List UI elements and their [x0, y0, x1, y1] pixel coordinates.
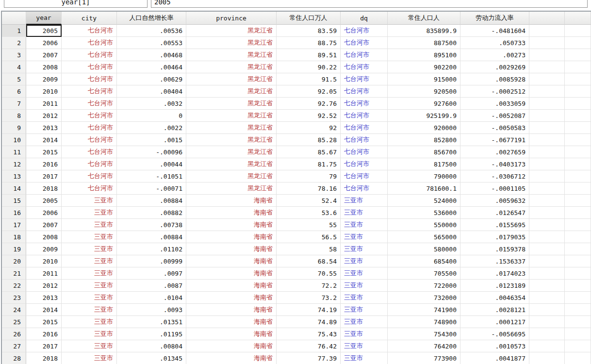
cell-growth_rate[interactable]: .01351 [117, 316, 186, 328]
cell-reference-box[interactable]: year[1] [4, 0, 148, 8]
column-header-pop[interactable]: 常住人口人 [388, 12, 460, 25]
column-header-labor_inflow[interactable]: 劳动力流入率 [460, 12, 529, 25]
cell-labor_inflow[interactable]: .0126547 [460, 207, 529, 219]
cell-dq[interactable]: 七台河市 [341, 158, 388, 170]
cell-city[interactable]: 三亚市 [62, 292, 117, 304]
cell-year[interactable]: 2006 [26, 37, 62, 49]
cell-year[interactable]: 2016 [26, 328, 62, 340]
row-number[interactable]: 11 [2, 146, 26, 158]
cell-pop[interactable]: 764200 [388, 340, 460, 352]
cell-province[interactable]: 海南省 [186, 267, 277, 280]
cell-labor_inflow[interactable]: .1536337 [460, 255, 529, 267]
cell-labor_inflow[interactable]: .0159378 [460, 243, 529, 255]
cell-pop[interactable]: 856700 [388, 146, 460, 158]
row-number[interactable]: 23 [2, 292, 26, 304]
cell-labor_inflow[interactable]: .0123189 [460, 280, 529, 292]
cell-year[interactable]: 2017 [26, 340, 62, 352]
cell-pop_10k[interactable]: 53.6 [277, 207, 341, 219]
cell-year[interactable]: 2018 [26, 352, 62, 364]
cell-dq[interactable]: 三亚市 [341, 267, 388, 280]
row-number[interactable]: 9 [2, 122, 26, 134]
cell-labor_inflow[interactable]: .0010573 [460, 340, 529, 352]
cell-city[interactable]: 七台河市 [62, 98, 117, 110]
cell-labor_inflow[interactable]: .0179035 [460, 231, 529, 243]
row-number[interactable]: 19 [2, 243, 26, 255]
cell-labor_inflow[interactable]: .00273 [460, 49, 529, 61]
cell-dq[interactable]: 三亚市 [341, 316, 388, 328]
cell-pop_10k[interactable]: 76.42 [277, 340, 341, 352]
cell-growth_rate[interactable]: .0032 [117, 98, 186, 110]
cell-pop[interactable]: 887500 [388, 37, 460, 49]
cell-year[interactable]: 2010 [26, 255, 62, 267]
cell-pop_10k[interactable]: 83.59 [277, 25, 341, 37]
cell-pop[interactable]: 915000 [388, 73, 460, 85]
cell-dq[interactable]: 三亚市 [341, 280, 388, 292]
row-number[interactable]: 1 [2, 25, 26, 37]
cell-province[interactable]: 黑龙江省 [186, 25, 277, 37]
cell-city[interactable]: 三亚市 [62, 207, 117, 219]
cell-province[interactable]: 黑龙江省 [186, 49, 277, 61]
cell-labor_inflow[interactable]: .0046354 [460, 292, 529, 304]
cell-province[interactable]: 黑龙江省 [186, 122, 277, 134]
cell-labor_inflow[interactable]: .0041877 [460, 352, 529, 364]
cell-labor_inflow[interactable]: .0001217 [460, 316, 529, 328]
cell-province[interactable]: 黑龙江省 [186, 37, 277, 49]
cell-city[interactable]: 七台河市 [62, 170, 117, 182]
cell-labor_inflow[interactable]: .0155695 [460, 219, 529, 231]
cell-value-input[interactable]: 2005 [151, 0, 588, 8]
cell-province[interactable]: 黑龙江省 [186, 73, 277, 85]
cell-labor_inflow[interactable]: .0174023 [460, 267, 529, 280]
column-header-province[interactable]: province [186, 12, 277, 25]
cell-dq[interactable]: 三亚市 [341, 255, 388, 267]
cell-dq[interactable]: 七台河市 [341, 73, 388, 85]
column-header-dq[interactable]: dq [341, 12, 388, 25]
cell-city[interactable]: 三亚市 [62, 304, 117, 316]
cell-province[interactable]: 黑龙江省 [186, 158, 277, 170]
cell-dq[interactable]: 七台河市 [341, 37, 388, 49]
cell-pop_10k[interactable]: 52.4 [277, 195, 341, 207]
cell-pop[interactable]: 852800 [388, 134, 460, 146]
cell-growth_rate[interactable]: .00882 [117, 207, 186, 219]
cell-pop[interactable]: 920000 [388, 122, 460, 134]
column-header-pop_10k[interactable]: 常住人口万人 [277, 12, 341, 25]
row-number[interactable]: 13 [2, 170, 26, 182]
row-number[interactable]: 15 [2, 195, 26, 207]
cell-pop[interactable]: 895100 [388, 49, 460, 61]
cell-pop_10k[interactable]: 92.76 [277, 98, 341, 110]
cell-year[interactable]: 2016 [26, 158, 62, 170]
cell-growth_rate[interactable]: .01195 [117, 328, 186, 340]
cell-province[interactable]: 海南省 [186, 328, 277, 340]
cell-labor_inflow[interactable]: -.0001105 [460, 182, 529, 195]
cell-growth_rate[interactable]: .00536 [117, 25, 186, 37]
cell-year[interactable]: 2011 [26, 98, 62, 110]
cell-city[interactable]: 七台河市 [62, 122, 117, 134]
cell-growth_rate[interactable]: 0 [117, 110, 186, 122]
cell-pop_10k[interactable]: 85.67 [277, 146, 341, 158]
column-header-city[interactable]: city [62, 12, 117, 25]
cell-growth_rate[interactable]: .00804 [117, 340, 186, 352]
cell-city[interactable]: 七台河市 [62, 158, 117, 170]
cell-pop_10k[interactable]: 92.52 [277, 110, 341, 122]
cell-year[interactable]: 2007 [26, 219, 62, 231]
cell-city[interactable]: 三亚市 [62, 316, 117, 328]
cell-pop[interactable]: 773900 [388, 352, 460, 364]
row-number[interactable]: 3 [2, 49, 26, 61]
cell-growth_rate[interactable]: .00999 [117, 255, 186, 267]
column-header-year[interactable]: year [26, 12, 62, 25]
cell-pop_10k[interactable]: 70.55 [277, 267, 341, 280]
cell-pop[interactable]: 920500 [388, 85, 460, 98]
cell-growth_rate[interactable]: -.00096 [117, 146, 186, 158]
cell-dq[interactable]: 三亚市 [341, 340, 388, 352]
row-number[interactable]: 18 [2, 231, 26, 243]
cell-growth_rate[interactable]: .00884 [117, 231, 186, 243]
cell-dq[interactable]: 七台河市 [341, 182, 388, 195]
cell-year[interactable]: 2005 [26, 195, 62, 207]
cell-year[interactable]: 2018 [26, 182, 62, 195]
cell-city[interactable]: 三亚市 [62, 243, 117, 255]
cell-dq[interactable]: 七台河市 [341, 85, 388, 98]
row-number[interactable]: 14 [2, 182, 26, 195]
cell-year[interactable]: 2017 [26, 170, 62, 182]
row-number[interactable]: 16 [2, 207, 26, 219]
cell-year[interactable]: 2008 [26, 61, 62, 73]
cell-pop[interactable]: 580000 [388, 243, 460, 255]
